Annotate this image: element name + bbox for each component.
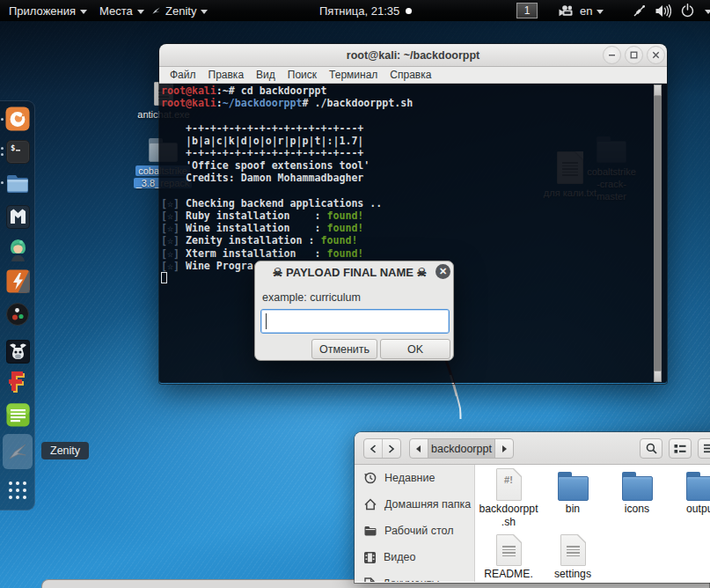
hamburger-icon (704, 444, 710, 453)
path-right-button[interactable] (495, 439, 513, 458)
dock-item-beef[interactable] (5, 339, 30, 364)
forward-button[interactable] (383, 439, 400, 458)
sidebar-item-videos[interactable]: Видео (355, 544, 474, 570)
dock-tooltip: Zenity (41, 442, 89, 459)
file-readme[interactable]: README. (477, 533, 540, 581)
clock-menu[interactable]: Пятница, 21:35 (319, 0, 412, 21)
file-backdoorppt-sh[interactable]: #! backdoorppt.sh (477, 467, 540, 529)
system-status-menu[interactable] (633, 0, 710, 21)
file-manager-sidebar: Недавние Домашняя папка Рабочий стол (355, 465, 475, 582)
applications-menu[interactable]: Приложения (9, 0, 87, 21)
triangle-left-icon (416, 445, 421, 452)
search-button[interactable] (640, 438, 662, 459)
movie-camera-icon (559, 5, 574, 17)
dock-item-firefox[interactable] (5, 107, 30, 131)
shebang-glyph: #! (497, 474, 521, 485)
path-bar: backdoorppt (409, 438, 514, 459)
keyboard-layout-menu[interactable]: en (580, 0, 604, 21)
terminal-title: root@kali: ~/backdoorppt (347, 49, 479, 62)
workspace-indicator[interactable]: 1 (516, 3, 538, 18)
clock-icon (364, 472, 377, 484)
nav-buttons (363, 438, 401, 459)
dock-item-terminal[interactable]: $ (5, 139, 30, 164)
scroll-up-button[interactable] (654, 85, 662, 96)
dock-item-files[interactable] (5, 172, 30, 196)
payload-name-input[interactable] (260, 309, 450, 334)
cancel-button[interactable]: Отменить (311, 339, 377, 359)
dock-item-faraday[interactable] (5, 371, 30, 395)
dock-item-show-applications[interactable] (5, 478, 30, 503)
close-button[interactable] (647, 46, 665, 64)
maximize-button[interactable] (625, 46, 643, 64)
terminal-scrollbar[interactable] (654, 85, 662, 382)
sidebar-item-home[interactable]: Домашняя папка (355, 491, 474, 518)
file-bin[interactable]: bin (541, 467, 604, 516)
file-label: bin (541, 503, 604, 516)
text-file-icon (541, 533, 604, 566)
menu-file[interactable]: Файл (164, 69, 202, 81)
ok-button[interactable]: OK (380, 339, 450, 359)
active-app-menu[interactable]: Zenity (151, 0, 208, 21)
dialog-close-button[interactable]: ✕ (436, 264, 450, 279)
chevron-down-icon (80, 10, 87, 14)
dock-item-zenity[interactable] (5, 440, 30, 465)
dock-item-burpsuite[interactable] (5, 268, 30, 293)
terminal-line: [☆] Zenity installation : found! (161, 234, 667, 246)
menu-help[interactable]: Справка (384, 69, 437, 81)
menu-search[interactable]: Поиск (282, 69, 323, 81)
applications-menu-label: Приложения (9, 4, 76, 18)
sidebar-item-desktop[interactable]: Рабочий стол (355, 518, 474, 544)
desktop-folder-icon (364, 526, 377, 536)
file-icons[interactable]: icons (605, 467, 669, 516)
places-menu[interactable]: Места (99, 0, 144, 21)
file-output[interactable]: output (670, 467, 710, 516)
maximize-icon (630, 51, 638, 59)
path-left-button[interactable] (410, 439, 428, 458)
faraday-icon (6, 371, 29, 394)
chevron-down-icon (137, 10, 144, 14)
file-label: README. (477, 568, 540, 581)
menu-view[interactable]: Вид (250, 69, 282, 81)
file-manager-headerbar[interactable]: backdoorppt (355, 432, 710, 465)
recorder-indicator[interactable] (559, 0, 574, 21)
view-toggle-button[interactable] (669, 438, 692, 459)
page-shape (560, 534, 586, 566)
scroll-down-button[interactable] (654, 371, 662, 382)
terminal-titlebar[interactable]: root@kali: ~/backdoorppt (159, 44, 667, 67)
terminal-line (161, 185, 667, 197)
text-caret (266, 313, 267, 329)
home-icon (364, 498, 377, 511)
dock-item-text-editor[interactable] (5, 402, 30, 427)
dock-item-metasploit[interactable] (5, 204, 30, 229)
window-menu-button[interactable] (698, 438, 710, 459)
back-button[interactable] (364, 439, 383, 458)
terminal-line (161, 109, 667, 121)
folder-icon (541, 467, 604, 501)
pen-icon (633, 4, 647, 18)
sidebar-item-documents[interactable]: Документы (355, 570, 474, 582)
path-segment-label: backdoorppt (431, 443, 492, 455)
file-settings[interactable]: settings (541, 533, 604, 581)
page-lines (567, 546, 580, 557)
running-dot (1, 181, 4, 184)
menu-terminal[interactable]: Терминал (323, 69, 384, 81)
path-segment-current[interactable]: backdoorppt (428, 439, 496, 458)
volume-icon (655, 4, 671, 18)
minimize-button[interactable] (603, 46, 621, 64)
running-dot (1, 153, 4, 156)
armitage-icon (6, 238, 30, 261)
menu-edit[interactable]: Правка (202, 69, 251, 81)
terminal-line: [☆] Xterm installation : found! (161, 247, 667, 260)
terminal-line: root@kali:~# cd backdoorppt (161, 85, 667, 97)
sidebar-item-recent[interactable]: Недавние (355, 465, 474, 491)
dock-item-maltego[interactable] (5, 302, 30, 327)
back-icon (370, 445, 377, 453)
file-label: .sh (501, 516, 516, 528)
page-shape (496, 534, 522, 566)
terminal-menubar: Файл Правка Вид Поиск Терминал Справка (159, 67, 667, 84)
terminal-icon: $ (6, 140, 30, 164)
terminal-cursor (161, 272, 167, 283)
sidebar-item-label: Недавние (384, 472, 435, 484)
dock-item-armitage[interactable] (5, 237, 30, 261)
page-fold (578, 534, 586, 542)
